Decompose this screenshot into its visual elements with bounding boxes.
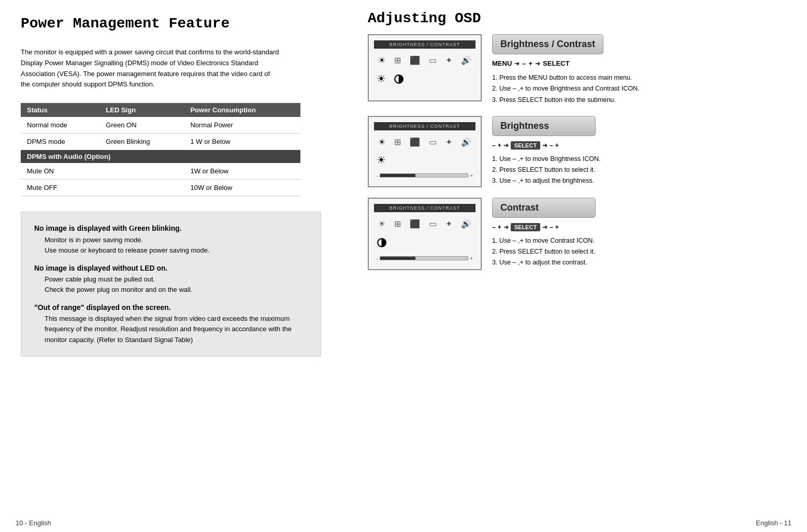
sharpness-icon: ⊞ bbox=[394, 55, 401, 65]
osd-top-bar-3: BRIGHTNESS / CONTRAST bbox=[374, 204, 475, 212]
nav-minus: – bbox=[522, 60, 526, 67]
osd-instructions-3: 1. Use – ,+ to move Contrast ICON. 2. Pr… bbox=[492, 235, 791, 269]
osd-instructions-1: 1. Press the MENU button to access main … bbox=[492, 72, 791, 106]
nav-select-label: SELECT bbox=[543, 60, 569, 67]
nav-arrow-right-2: ➜ bbox=[535, 60, 540, 67]
right-title: Adjusting OSD bbox=[368, 10, 791, 26]
nav-menu-label: MENU bbox=[492, 60, 512, 67]
nav-minus-c2: – bbox=[550, 224, 553, 231]
page-container: Power Management Feature The monitor is … bbox=[0, 0, 807, 532]
sharpness-icon-3: ⊞ bbox=[394, 219, 401, 229]
brightness-icon: ☀ bbox=[378, 55, 385, 65]
cell-status-2: DPMS mode bbox=[21, 134, 99, 150]
osd-monitor-1: BRIGHTNESS / CONTRAST ☀ ⊞ ⬛ ▭ ✦ 🔊 ☀ ◑ bbox=[368, 34, 482, 101]
instruction-line: 1. Use – ,+ to move Brightness ICON. bbox=[492, 154, 791, 165]
audio-icon-3: 🔊 bbox=[461, 219, 471, 229]
status-table: Status LED Sign Power Consumption Normal… bbox=[21, 103, 300, 196]
slider-bar-3 bbox=[380, 256, 468, 260]
left-section: Power Management Feature The monitor is … bbox=[0, 0, 352, 532]
info-line: Monitor is in power saving mode. bbox=[45, 235, 308, 246]
nav-select-btn-b: SELECT bbox=[511, 141, 540, 150]
instruction-line: 2. Use – ,+ to move Brightness and Contr… bbox=[492, 83, 791, 94]
cell-led-1: Green ON bbox=[99, 117, 184, 134]
info-item-1: No image is displayed with Green blinkin… bbox=[34, 223, 308, 256]
osd-slider-row-2: - + bbox=[374, 170, 475, 181]
cell-mute-off-led bbox=[99, 180, 184, 196]
table-row: Mute OFF 10W or Below bbox=[21, 180, 300, 196]
sun-icon-2: ☀ bbox=[377, 154, 386, 166]
tools-icon: ✦ bbox=[445, 55, 452, 65]
nav-plus: + bbox=[529, 60, 533, 67]
intro-text: The monitor is equipped with a power sav… bbox=[21, 47, 280, 90]
osd-content-row-3: ◑ bbox=[374, 231, 475, 253]
nav-plus-b2: + bbox=[555, 142, 559, 149]
footer-right: English - 11 bbox=[756, 519, 791, 527]
cell-power-1: Normal Power bbox=[184, 117, 300, 134]
dpms-section-row: DPMS with Audio (Option) bbox=[21, 150, 300, 164]
footer-left: 10 - English bbox=[16, 519, 51, 527]
menu-nav-row-1: MENU ➜ – + ➜ SELECT bbox=[492, 60, 791, 67]
info-line: Use mouse or keyboard to release power s… bbox=[45, 245, 308, 256]
section-title-text-3: Contrast bbox=[500, 202, 539, 213]
slider-minus: - bbox=[377, 173, 378, 179]
osd-section-contrast: BRIGHTNESS / CONTRAST ☀ ⊞ ⬛ ▭ ✦ 🔊 ◑ - bbox=[368, 198, 791, 270]
sun-icon: ☀ bbox=[377, 72, 386, 85]
info-line: Power cable plug must be pulled out. bbox=[45, 274, 308, 285]
cell-mute-on: Mute ON bbox=[21, 163, 99, 180]
color-icon: ⬛ bbox=[410, 55, 420, 65]
nav-plus-b: + bbox=[498, 142, 501, 149]
cell-led-2: Green Blinking bbox=[99, 134, 184, 150]
instruction-line: 3. Use – ,+ to adjust the brightness. bbox=[492, 175, 791, 186]
sharpness-icon-2: ⊞ bbox=[394, 137, 401, 147]
header-led: LED Sign bbox=[99, 103, 184, 117]
osd-info-panel-2: Brightness – + ➜ SELECT ➜ – + 1. Use – ,… bbox=[492, 116, 791, 187]
osd-icons-row-2: ☀ ⊞ ⬛ ▭ ✦ 🔊 bbox=[374, 135, 475, 150]
table-row: Mute ON 1W or Below bbox=[21, 163, 300, 180]
osd-icons-row-3: ☀ ⊞ ⬛ ▭ ✦ 🔊 bbox=[374, 216, 475, 231]
geometry-icon-2: ▭ bbox=[429, 137, 437, 147]
slider-plus-3: + bbox=[470, 256, 473, 261]
nav-plus-c2: + bbox=[555, 224, 559, 231]
nav-row-contrast: – + ➜ SELECT ➜ – + bbox=[492, 223, 791, 231]
nav-arrow-b2: ➜ bbox=[542, 142, 547, 149]
section-title-brightness: Brightness bbox=[492, 116, 596, 136]
cell-mute-off-power: 10W or Below bbox=[184, 180, 300, 196]
info-item-2: No image is displayed without LED on. Po… bbox=[34, 262, 308, 295]
osd-info-panel-3: Contrast – + ➜ SELECT ➜ – + 1. Use – ,+ … bbox=[492, 198, 791, 269]
section-title-contrast: Contrast bbox=[492, 198, 596, 218]
cell-mute-on-led bbox=[99, 163, 184, 180]
audio-icon: 🔊 bbox=[461, 55, 471, 65]
header-power: Power Consumption bbox=[184, 103, 300, 117]
audio-icon-2: 🔊 bbox=[461, 137, 471, 147]
nav-arrow-c2: ➜ bbox=[542, 224, 547, 231]
section-title-text-1: Brightness / Contrast bbox=[500, 39, 595, 49]
osd-instructions-2: 1. Use – ,+ to move Brightness ICON. 2. … bbox=[492, 154, 791, 187]
osd-icons-row-1: ☀ ⊞ ⬛ ▭ ✦ 🔊 bbox=[374, 53, 475, 68]
tools-icon-3: ✦ bbox=[445, 219, 452, 229]
osd-content-row-1: ☀ ◑ bbox=[374, 68, 475, 90]
left-title: Power Management Feature bbox=[21, 16, 332, 32]
section-title-brightness-contrast: Brightness / Contrast bbox=[492, 34, 603, 54]
instruction-line: 1. Press the MENU button to access main … bbox=[492, 72, 791, 83]
info-box: No image is displayed with Green blinkin… bbox=[21, 212, 321, 357]
nav-minus-c: – bbox=[492, 224, 496, 231]
geometry-icon: ▭ bbox=[429, 55, 437, 65]
page-footer: 10 - English English - 11 bbox=[16, 519, 791, 527]
cell-power-2: 1 W or Below bbox=[184, 134, 300, 150]
cell-mute-on-power: 1W or Below bbox=[184, 163, 300, 180]
info-line: Check the power plug on monitor and on t… bbox=[45, 285, 308, 295]
nav-arrow-right-1: ➜ bbox=[514, 60, 520, 67]
section-title-text-2: Brightness bbox=[500, 121, 549, 131]
info-line: This message is displayed when the signa… bbox=[45, 314, 308, 346]
cell-mute-off: Mute OFF bbox=[21, 180, 99, 196]
header-status: Status bbox=[21, 103, 99, 117]
slider-bar-2 bbox=[380, 173, 468, 178]
nav-select-btn-c: SELECT bbox=[511, 223, 540, 231]
brightness-icon-3: ☀ bbox=[378, 219, 385, 229]
instruction-line: 3. Use – ,+ to adjust the contrast. bbox=[492, 257, 791, 268]
info-heading-3: "Out of range" displayed on the screen. bbox=[34, 302, 308, 313]
osd-monitor-3: BRIGHTNESS / CONTRAST ☀ ⊞ ⬛ ▭ ✦ 🔊 ◑ - bbox=[368, 198, 482, 270]
color-icon-3: ⬛ bbox=[410, 219, 420, 229]
table-row: Normal mode Green ON Normal Power bbox=[21, 117, 300, 134]
osd-section-brightness: BRIGHTNESS / CONTRAST ☀ ⊞ ⬛ ▭ ✦ 🔊 ☀ - bbox=[368, 116, 791, 187]
